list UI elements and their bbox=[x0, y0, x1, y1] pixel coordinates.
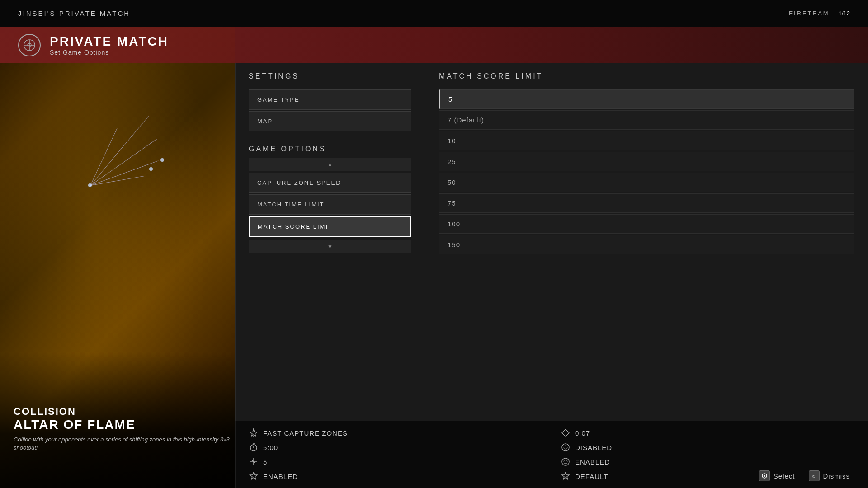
fast-capture-zones-icon bbox=[249, 428, 259, 438]
svg-point-17 bbox=[562, 444, 569, 451]
enabled-right-label: ENABLED bbox=[575, 458, 610, 466]
svg-marker-21 bbox=[562, 472, 569, 479]
topbar: Jinsei's PRIVATE MATCH FIRETEAM 1/12 bbox=[0, 0, 868, 27]
fireteam-label: FIRETEAM bbox=[789, 10, 830, 17]
select-action[interactable]: Select bbox=[759, 470, 795, 481]
dismiss-button-icon: ⎋ bbox=[809, 470, 820, 481]
game-options-title: GAME OPTIONS bbox=[249, 145, 411, 153]
time-right-row: 0:07 bbox=[561, 428, 854, 438]
map-row[interactable]: MAP bbox=[249, 111, 411, 131]
enabled-icon bbox=[249, 471, 259, 481]
score-row: 5 bbox=[249, 457, 542, 467]
default-label: DEFAULT bbox=[575, 473, 608, 480]
select-label: Select bbox=[774, 472, 795, 480]
select-button-icon bbox=[759, 470, 770, 481]
header: PRIVATE MATCH Set Game Options bbox=[0, 27, 868, 63]
svg-marker-4 bbox=[250, 429, 257, 436]
topbar-right: FIRETEAM 1/12 bbox=[789, 10, 850, 17]
enabled-row: ENABLED bbox=[249, 471, 542, 481]
topbar-title: Jinsei's PRIVATE MATCH bbox=[18, 9, 130, 17]
map-dot-center bbox=[88, 183, 92, 187]
match-score-limit-row[interactable]: MATCH SCORE LIMIT bbox=[249, 216, 411, 237]
score-value: 5 bbox=[263, 458, 267, 466]
score-option-3[interactable]: 25 bbox=[439, 152, 854, 171]
map-game-mode: COLLISION bbox=[14, 406, 231, 418]
svg-point-23 bbox=[764, 475, 765, 477]
game-type-row[interactable]: GAME TYPE bbox=[249, 89, 411, 110]
time-row: 5:00 bbox=[249, 442, 542, 452]
svg-point-19 bbox=[562, 458, 569, 465]
map-info: COLLISION ALTAR OF FLAME Collide with yo… bbox=[14, 406, 231, 452]
score-option-7[interactable]: 150 bbox=[439, 235, 854, 254]
score-options-container: 57 (Default)10255075100150 bbox=[439, 89, 854, 256]
settings-title: SETTINGS bbox=[249, 72, 411, 80]
map-dot-1 bbox=[160, 158, 164, 162]
left-panel: COLLISION ALTAR OF FLAME Collide with yo… bbox=[0, 27, 235, 488]
score-icon bbox=[249, 457, 259, 467]
header-text-group: PRIVATE MATCH Set Game Options bbox=[50, 34, 169, 56]
svg-marker-15 bbox=[250, 472, 257, 479]
action-bar: Select ⎋ Dismiss bbox=[741, 464, 868, 488]
svg-marker-16 bbox=[562, 429, 569, 436]
dismiss-label: Dismiss bbox=[823, 472, 850, 480]
map-description: Collide with your opponents over a serie… bbox=[14, 436, 231, 452]
capture-zone-speed-row[interactable]: CAPTURE ZONE SPEED bbox=[249, 173, 411, 193]
map-name: ALTAR OF FLAME bbox=[14, 418, 231, 432]
score-option-0[interactable]: 5 bbox=[439, 89, 854, 109]
svg-point-20 bbox=[564, 460, 567, 464]
header-icon bbox=[18, 34, 41, 56]
score-option-4[interactable]: 50 bbox=[439, 173, 854, 192]
circle-icon-1 bbox=[561, 442, 571, 452]
divider-line bbox=[235, 63, 236, 488]
svg-point-18 bbox=[564, 446, 567, 449]
circle-icon-2 bbox=[561, 457, 571, 467]
score-title: MATCH SCORE LIMIT bbox=[439, 72, 854, 80]
right-time-value: 0:07 bbox=[575, 429, 590, 437]
time-value: 5:00 bbox=[263, 444, 278, 451]
dismiss-action[interactable]: ⎋ Dismiss bbox=[809, 470, 850, 481]
fireteam-count: 1/12 bbox=[839, 10, 850, 17]
bottom-left-info: FAST CAPTURE ZONES 5:00 bbox=[249, 428, 542, 481]
header-main-title: PRIVATE MATCH bbox=[50, 34, 169, 49]
enabled-label: ENABLED bbox=[263, 473, 298, 480]
score-option-6[interactable]: 100 bbox=[439, 214, 854, 234]
score-option-1[interactable]: 7 (Default) bbox=[439, 110, 854, 130]
score-option-2[interactable]: 10 bbox=[439, 131, 854, 150]
diamond-icon-1 bbox=[561, 428, 571, 438]
scroll-up-arrow[interactable]: ▲ bbox=[249, 158, 411, 171]
default-icon bbox=[561, 471, 571, 481]
header-subtitle: Set Game Options bbox=[50, 49, 169, 56]
timer-icon bbox=[249, 442, 259, 452]
match-time-limit-row[interactable]: MATCH TIME LIMIT bbox=[249, 194, 411, 215]
disabled-label: DISABLED bbox=[575, 444, 612, 451]
map-dot-2 bbox=[149, 167, 153, 171]
crosshair-icon bbox=[23, 38, 36, 52]
disabled-row: DISABLED bbox=[561, 442, 854, 452]
score-option-5[interactable]: 75 bbox=[439, 193, 854, 213]
fast-capture-zones-label: FAST CAPTURE ZONES bbox=[263, 429, 348, 437]
fast-capture-zones-row: FAST CAPTURE ZONES bbox=[249, 428, 542, 438]
scroll-down-arrow[interactable]: ▼ bbox=[249, 240, 411, 253]
